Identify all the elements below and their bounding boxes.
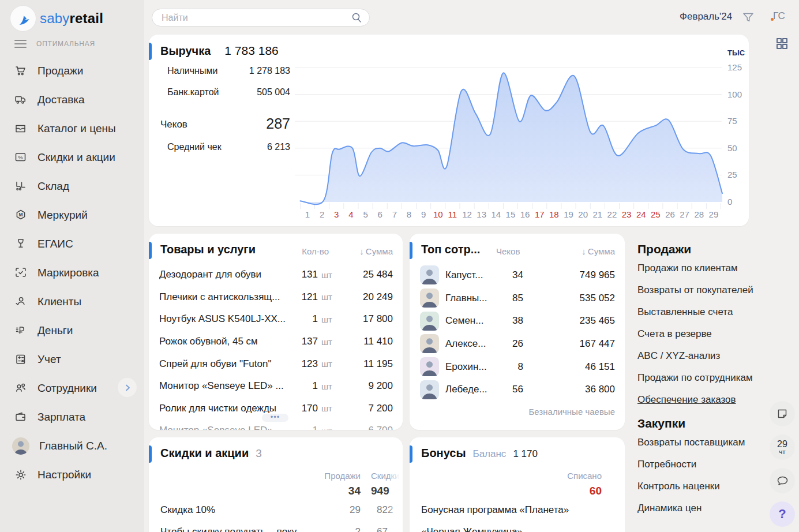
table-row[interactable]: Монитор «Senseye LED» ...1шт9 200 [159,375,393,398]
sidebar-item-Доставка[interactable]: Доставка [0,85,144,114]
search-input[interactable] [152,9,370,27]
purchases-report-link[interactable]: Возвраты поставщикам [637,432,769,454]
employee-sum: 235 465 [526,315,615,327]
filter-icon[interactable] [742,11,755,26]
fade-overlay [388,464,403,532]
svg-text:24: 24 [636,209,646,219]
sidebar-item-Каталог и цены[interactable]: Каталог и цены [0,114,144,143]
sidebar-item-Деньги[interactable]: Деньги [0,316,144,345]
sidebar-item-label: Клиенты [37,295,81,308]
table-row[interactable]: Главны...85535 052 [420,287,615,310]
fade-overlay [610,464,625,532]
sidebar-item-Главный С.А.[interactable]: Главный С.А. [0,432,144,460]
bonuses-title[interactable]: Бонусы [421,447,466,460]
brand-text: sabyretail [40,10,103,27]
table-row[interactable]: Спрей для обуви "Futon"123шт11 195 [159,353,393,375]
bonus-row-name[interactable]: «Черная Жемчужина» [421,526,523,532]
goods-name: Спрей для обуви "Futon" [159,358,287,370]
sidebar-item-Склад[interactable]: Склад [0,172,144,201]
employee-avatar [420,312,439,331]
sidebar-item-Клиенты[interactable]: Клиенты [0,287,144,316]
sales-report-link[interactable]: Счета в резерве [637,323,769,345]
sidebar-item-Учет[interactable]: Учет [0,345,144,374]
goods-name: Монитор «Senseye LED» [159,425,287,430]
purchases-report-link[interactable]: Потребности [637,454,769,475]
purchases-report-link[interactable]: Контроль наценки [637,475,769,497]
sidebar-item-Продажи[interactable]: Продажи [0,57,144,85]
checks-label: Чеков [160,119,187,130]
goods-col-qty[interactable]: Кол-во [283,246,329,256]
revenue-title[interactable]: Выручка [160,44,211,58]
discounts-title[interactable]: Скидки и акции [160,447,249,460]
employee-sum: 36 800 [526,384,615,395]
table-row[interactable]: Алексе...26167 447 [420,332,615,355]
purchases-report-link[interactable]: Динамика цен [637,497,769,519]
sales-report-link[interactable]: Продажи по сотрудникам [637,367,769,389]
sales-report-link[interactable]: Возвраты от покупателей [637,279,769,301]
sidebar-item-Маркировка[interactable]: Маркировка [0,258,144,287]
org-switcher[interactable]: ГС [773,10,785,22]
card-value: 505 004 [238,87,290,98]
table-row[interactable]: Ноутбук ASUS K540LJ-XX...1шт17 800 [159,308,393,331]
table-row[interactable]: Дезодорант для обуви131шт25 484 [159,264,393,286]
employee-checks: 85 [497,293,526,304]
table-row[interactable]: Ерохин...846 151 [420,355,615,379]
goods-unit: шт [318,403,336,413]
goods-col-sum[interactable]: ↓Сумма [359,246,393,256]
goods-qty: 170 [287,403,318,414]
goods-qty: 1 [287,313,318,325]
revenue-chart[interactable]: ТЫС0255075100125123456789101112131415161… [295,46,748,225]
sales-report-link[interactable]: Обеспечение заказов [637,389,769,411]
period-selector[interactable]: Февраль'24 [680,11,732,23]
employee-name: Алексе... [439,338,497,350]
chat-button[interactable] [770,468,795,493]
search-icon[interactable] [350,12,363,27]
show-more-button[interactable]: ••• [262,414,288,422]
bonus-row-name[interactable]: Бонусная программа «Планета» [421,504,569,516]
goods-unit: шт [318,270,336,280]
svg-text:1: 1 [305,209,310,219]
menu-toggle-icon[interactable] [14,40,27,48]
calendar-button[interactable]: 29 чт [770,434,795,460]
checks-value: 287 [232,115,290,132]
employees-title[interactable]: Топ сотр... [421,243,480,256]
table-row[interactable]: Лебеде...5636 800 [420,378,615,401]
sales-report-link[interactable]: ABC / XYZ-анализ [637,345,769,367]
cashless-tips-link[interactable]: Безналичные чаевые [529,407,615,417]
sidebar-item-ЕГАИС[interactable]: ЕГАИС [0,230,144,258]
help-button[interactable]: ? [770,501,795,527]
sidebar-item-Настройки[interactable]: Настройки [0,460,144,489]
sales-report-link[interactable]: Продажи по клиентам [637,257,769,279]
employee-checks: 38 [497,315,526,327]
avg-check-label: Средний чек [167,142,222,152]
svg-text:50: 50 [727,143,737,153]
employee-sum: 535 052 [526,293,615,304]
sidebar-item-Скидки и акции[interactable]: %Скидки и акции [0,143,144,172]
goods-sum: 7 200 [336,403,393,414]
top-employees-card: Топ сотр... Чеков ↓Сумма Капуст...34749 … [410,234,625,430]
balance-label: Баланс [473,448,507,460]
notes-button[interactable] [770,401,795,426]
sidebar-item-Зарплата[interactable]: Зарплата [0,403,144,432]
goods-title[interactable]: Товары и услуги [160,243,256,256]
clients-icon [14,295,28,309]
discount-row-name[interactable]: Скидка 10% [160,504,215,516]
table-row[interactable]: Рожок обувной, 45 см137шт11 410 [159,331,393,353]
sidebar-item-Меркурий[interactable]: MМеркурий [0,201,144,230]
cart-icon [14,64,28,78]
employees-col-checks[interactable]: Чеков [496,246,520,256]
svg-text:4: 4 [348,209,353,219]
employees-col-sum[interactable]: ↓Сумма [582,246,615,256]
sales-report-link[interactable]: Выставленные счета [637,301,769,323]
goods-qty: 121 [287,291,318,303]
svg-text:25: 25 [727,170,737,179]
table-row[interactable]: Плечики с антискользящ...121шт20 249 [159,286,393,309]
table-row[interactable]: Капуст...34749 965 [420,264,615,287]
logo[interactable]: sabyretail [0,0,144,32]
goods-qty: 123 [287,358,318,370]
apps-grid-icon[interactable] [775,36,789,53]
expand-employees-button[interactable] [118,378,137,397]
svg-text:17: 17 [535,209,545,219]
table-row[interactable]: Семен...38235 465 [420,309,615,332]
discount-row-name[interactable]: Чтобы скидку получать – поку... [160,526,304,532]
